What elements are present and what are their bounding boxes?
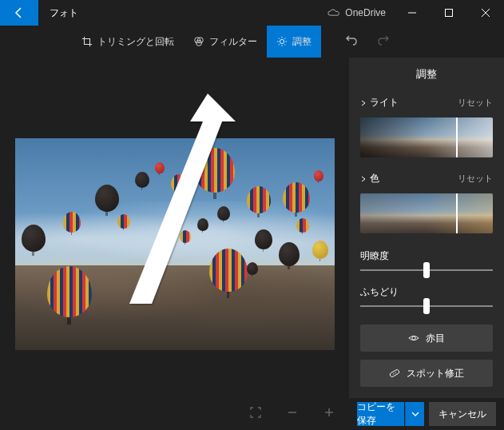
tool-filter-label: フィルター <box>209 35 257 49</box>
undo-icon <box>345 34 358 46</box>
onedrive-status[interactable]: OneDrive <box>327 7 394 18</box>
chevron-right-icon <box>360 176 367 182</box>
redeye-label: 赤目 <box>426 332 445 345</box>
clarity-slider-thumb[interactable] <box>423 262 430 278</box>
arrow-left-icon <box>13 6 26 19</box>
save-dropdown[interactable] <box>405 402 424 426</box>
bandage-icon <box>389 368 400 379</box>
back-button[interactable] <box>0 0 38 26</box>
vignette-slider-thumb[interactable] <box>423 298 430 314</box>
light-preview-slider[interactable] <box>360 117 493 157</box>
light-label: ライト <box>370 96 399 109</box>
maximize-button[interactable] <box>431 0 467 26</box>
clarity-slider[interactable] <box>360 269 493 271</box>
color-section-toggle[interactable]: 色 <box>360 172 379 185</box>
fit-screen-button[interactable] <box>250 407 261 421</box>
color-reset[interactable]: リセット <box>458 173 493 185</box>
panel-title: 調整 <box>360 58 493 93</box>
color-label: 色 <box>370 172 379 185</box>
svg-line-15 <box>284 38 285 39</box>
fit-icon <box>250 407 261 418</box>
spotfix-label: スポット修正 <box>407 367 464 380</box>
tool-filter[interactable]: フィルター <box>184 26 267 58</box>
minimize-button[interactable] <box>394 0 431 26</box>
minus-icon <box>287 407 298 418</box>
cloud-icon <box>327 9 340 17</box>
minimize-icon <box>408 9 416 17</box>
save-copy-button[interactable]: コピーを保存 <box>357 402 404 426</box>
cancel-button[interactable]: キャンセル <box>429 402 496 426</box>
tool-crop-label: トリミングと回転 <box>97 35 174 49</box>
svg-line-13 <box>284 44 285 45</box>
eye-icon <box>408 332 419 344</box>
zoom-out-button[interactable] <box>287 407 298 421</box>
crop-icon <box>81 36 93 47</box>
svg-rect-1 <box>446 10 453 17</box>
filter-icon <box>193 36 204 47</box>
vignette-label: ふちどり <box>360 285 493 299</box>
vignette-slider[interactable] <box>360 305 493 307</box>
light-reset[interactable]: リセット <box>458 97 493 109</box>
chevron-down-icon <box>411 410 419 418</box>
svg-point-7 <box>280 39 284 43</box>
tool-crop-rotate[interactable]: トリミングと回転 <box>72 26 184 58</box>
undo-button[interactable] <box>345 34 358 50</box>
redeye-button[interactable]: 赤目 <box>360 324 493 352</box>
redo-button[interactable] <box>377 34 390 50</box>
tool-adjust-label: 調整 <box>292 35 312 49</box>
maximize-icon <box>445 9 453 17</box>
redo-icon <box>377 34 390 46</box>
onedrive-label: OneDrive <box>345 7 386 18</box>
zoom-in-button[interactable] <box>323 407 335 421</box>
svg-point-17 <box>412 336 415 340</box>
canvas-area <box>0 58 349 398</box>
light-slider-thumb[interactable] <box>456 117 458 157</box>
plus-icon <box>323 407 335 418</box>
spotfix-button[interactable]: スポット修正 <box>360 360 493 387</box>
svg-point-19 <box>393 373 394 374</box>
app-title: フォト <box>38 6 78 20</box>
photo-preview[interactable] <box>15 138 335 350</box>
svg-point-21 <box>395 372 396 373</box>
color-preview-slider[interactable] <box>360 193 493 233</box>
light-section-toggle[interactable]: ライト <box>360 96 399 109</box>
brightness-icon <box>276 36 288 47</box>
close-button[interactable] <box>467 0 504 26</box>
svg-line-14 <box>279 44 280 45</box>
close-icon <box>482 9 490 17</box>
svg-line-12 <box>279 38 280 39</box>
adjust-panel: 調整 ライト リセット 色 リセット 明瞭度 <box>349 58 504 398</box>
chevron-right-icon <box>360 100 367 106</box>
clarity-label: 明瞭度 <box>360 249 493 263</box>
tool-adjust[interactable]: 調整 <box>267 26 321 58</box>
color-slider-thumb[interactable] <box>456 193 458 233</box>
svg-point-20 <box>394 372 395 373</box>
